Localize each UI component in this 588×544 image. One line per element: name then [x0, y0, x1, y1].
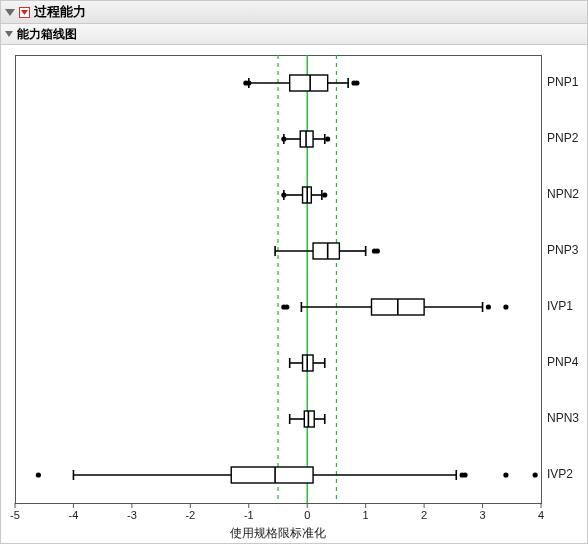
x-axis-title: 使用规格限标准化 [230, 525, 326, 542]
row-label: IVP1 [547, 299, 573, 313]
panel-header: 过程能力 [1, 1, 587, 24]
row-label: IVP2 [547, 467, 573, 481]
x-tick-label: 1 [363, 509, 369, 521]
x-tick-label: -4 [69, 509, 79, 521]
row-label: NPN3 [547, 411, 579, 425]
x-tick-label: -3 [127, 509, 137, 521]
row-label: PNP4 [547, 355, 578, 369]
x-tick-label: 3 [479, 509, 485, 521]
x-tick-label: -2 [185, 509, 195, 521]
row-label: PNP3 [547, 243, 578, 257]
capability-panel: 过程能力 能力箱线图 PNP1PNP2NPN2PNP3IVP1PNP4NPN3I… [0, 0, 588, 544]
disclosure-icon[interactable] [5, 9, 15, 16]
row-label: PNP2 [547, 131, 578, 145]
sub-panel-header: 能力箱线图 [1, 24, 587, 45]
x-tick-label: 4 [538, 509, 544, 521]
disclosure-icon[interactable] [5, 31, 13, 37]
x-tick-label: 0 [304, 509, 310, 521]
x-tick-label: -1 [244, 509, 254, 521]
capability-boxplot-chart: PNP1PNP2NPN2PNP3IVP1PNP4NPN3IVP2-5-4-3-2… [1, 45, 587, 543]
sub-panel-title: 能力箱线图 [17, 26, 77, 43]
menu-icon[interactable] [19, 7, 30, 18]
x-tick-label: -5 [10, 509, 20, 521]
label-layer: PNP1PNP2NPN2PNP3IVP1PNP4NPN3IVP2-5-4-3-2… [1, 45, 587, 543]
row-label: NPN2 [547, 187, 579, 201]
x-tick-label: 2 [421, 509, 427, 521]
panel-title: 过程能力 [34, 3, 86, 21]
row-label: PNP1 [547, 75, 578, 89]
